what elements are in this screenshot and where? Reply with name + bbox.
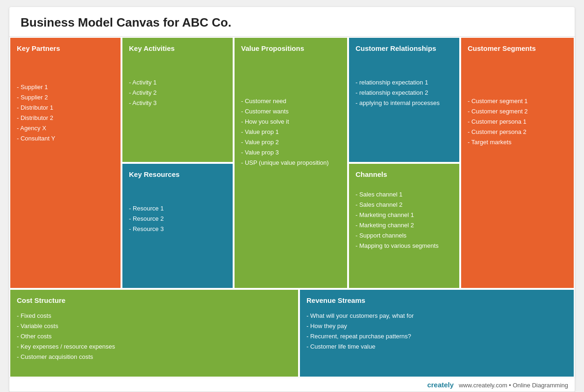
- list-item: - Resource 2: [129, 214, 226, 224]
- channels-cell: Channels - Sales channel 1 - Sales chann…: [348, 163, 460, 289]
- key-activities-content: - Activity 1 - Activity 2 - Activity 3: [129, 77, 226, 108]
- list-item: - Customer life time value: [306, 342, 567, 352]
- list-item: - Resource 3: [129, 224, 226, 234]
- channels-title: Channels: [356, 169, 453, 180]
- key-partners-content: - Supplier 1 - Supplier 2 - Distributor …: [17, 82, 114, 144]
- list-item: - Recurrent, repeat purchase patterns?: [306, 331, 567, 342]
- list-item: - Customer segment 1: [468, 96, 567, 106]
- list-item: - Consultant Y: [17, 133, 114, 144]
- list-item: - Support channels: [356, 231, 453, 241]
- customer-rel-col: Customer Relationships - relationship ex…: [348, 37, 460, 289]
- cost-structure-title: Cost Structure: [17, 295, 292, 306]
- brand-name: creately: [427, 381, 454, 389]
- value-propositions-cell: Value Propositions - Customer need - Cus…: [234, 37, 348, 289]
- list-item: - Resource 1: [129, 203, 226, 214]
- key-activities-cell: Key Activities - Activity 1 - Activity 2…: [121, 37, 234, 163]
- list-item: - Agency X: [17, 123, 114, 133]
- list-item: - What will your customers pay, what for: [306, 311, 567, 321]
- key-resources-cell: Key Resources - Resource 1 - Resource 2 …: [121, 163, 234, 289]
- list-item: - applying to internal processes: [356, 98, 453, 108]
- customer-relationships-cell: Customer Relationships - relationship ex…: [348, 37, 460, 163]
- canvas-grid: Key Partners - Supplier 1 - Supplier 2 -…: [9, 37, 575, 378]
- customer-segments-content: - Customer segment 1 - Customer segment …: [468, 96, 567, 147]
- list-item: - How you solve it: [241, 117, 341, 127]
- page-title: Business Model Canvas for ABC Co.: [9, 7, 575, 37]
- activities-resources-col: Key Activities - Activity 1 - Activity 2…: [121, 37, 234, 289]
- revenue-streams-title: Revenue Streams: [306, 295, 567, 306]
- list-item: - Mapping to various segments: [356, 241, 453, 251]
- grid-bottom: Cost Structure - Fixed costs - Variable …: [9, 289, 575, 378]
- list-item: - relationship expectation 2: [356, 88, 453, 98]
- list-item: - Fixed costs: [17, 311, 292, 321]
- list-item: - Customer wants: [241, 106, 341, 117]
- list-item: - Customer acquisition costs: [17, 352, 292, 362]
- list-item: - Customer segment 2: [468, 106, 567, 117]
- footer-tagline: www.creately.com • Online Diagramming: [459, 382, 568, 389]
- list-item: - Target markets: [468, 137, 567, 147]
- list-item: - Variable costs: [17, 321, 292, 331]
- list-item: - Supplier 1: [17, 82, 114, 92]
- value-propositions-title: Value Propositions: [241, 43, 341, 54]
- key-resources-title: Key Resources: [129, 169, 226, 180]
- grid-top: Key Partners - Supplier 1 - Supplier 2 -…: [9, 37, 575, 289]
- list-item: - Distributor 2: [17, 113, 114, 123]
- list-item: - Distributor 1: [17, 103, 114, 113]
- list-item: - Activity 3: [129, 98, 226, 108]
- list-item: - Key expenses / resource expenses: [17, 342, 292, 352]
- list-item: - Marketing channel 2: [356, 220, 453, 231]
- list-item: - USP (unique value proposition): [241, 158, 341, 168]
- list-item: - Other costs: [17, 331, 292, 342]
- customer-segments-title: Customer Segments: [468, 43, 567, 54]
- channels-content: - Sales channel 1 - Sales channel 2 - Ma…: [356, 189, 453, 252]
- list-item: - Marketing channel 1: [356, 210, 453, 220]
- list-item: - Customer persona 1: [468, 117, 567, 127]
- cost-structure-cell: Cost Structure - Fixed costs - Variable …: [9, 289, 299, 378]
- list-item: - Value prop 1: [241, 127, 341, 137]
- revenue-streams-content: - What will your customers pay, what for…: [306, 311, 567, 352]
- list-item: - Sales channel 2: [356, 200, 453, 210]
- customer-segments-cell: Customer Segments - Customer segment 1 -…: [460, 37, 575, 289]
- list-item: - Activity 1: [129, 77, 226, 88]
- list-item: - Supplier 2: [17, 92, 114, 103]
- footer-logo: creately www.creately.com • Online Diagr…: [427, 381, 568, 389]
- customer-relationships-content: - relationship expectation 1 - relations…: [356, 77, 453, 108]
- key-resources-content: - Resource 1 - Resource 2 - Resource 3: [129, 203, 226, 234]
- canvas-wrapper: Business Model Canvas for ABC Co. Key Pa…: [9, 7, 575, 392]
- list-item: - Activity 2: [129, 88, 226, 98]
- customer-relationships-title: Customer Relationships: [356, 43, 453, 54]
- cost-structure-content: - Fixed costs - Variable costs - Other c…: [17, 311, 292, 362]
- footer: creately www.creately.com • Online Diagr…: [9, 378, 575, 392]
- list-item: - Value prop 2: [241, 137, 341, 147]
- list-item: - relationship expectation 1: [356, 77, 453, 88]
- revenue-streams-cell: Revenue Streams - What will your custome…: [299, 289, 575, 378]
- list-item: - Customer need: [241, 96, 341, 106]
- list-item: - Customer persona 2: [468, 127, 567, 137]
- list-item: - How they pay: [306, 321, 567, 331]
- key-activities-title: Key Activities: [129, 43, 226, 54]
- key-partners-cell: Key Partners - Supplier 1 - Supplier 2 -…: [9, 37, 121, 289]
- key-partners-title: Key Partners: [17, 43, 114, 54]
- list-item: - Value prop 3: [241, 147, 341, 158]
- value-propositions-content: - Customer need - Customer wants - How y…: [241, 96, 341, 168]
- list-item: - Sales channel 1: [356, 189, 453, 200]
